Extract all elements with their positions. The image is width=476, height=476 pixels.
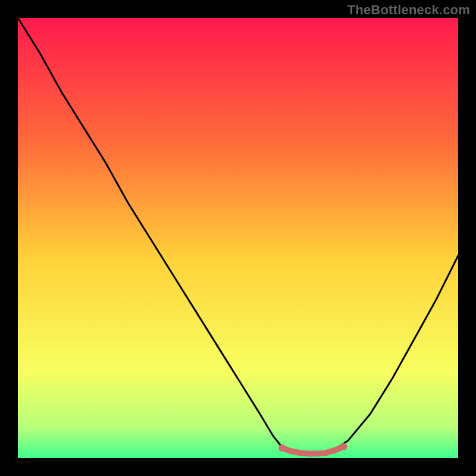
plot-area	[18, 18, 458, 458]
chart-svg	[18, 18, 458, 458]
gradient-background	[18, 18, 458, 458]
watermark-text: TheBottleneck.com	[347, 2, 470, 18]
optimal-endpoint-right	[340, 443, 347, 450]
chart-container: TheBottleneck.com	[0, 0, 476, 476]
optimal-endpoint-left	[278, 444, 286, 452]
